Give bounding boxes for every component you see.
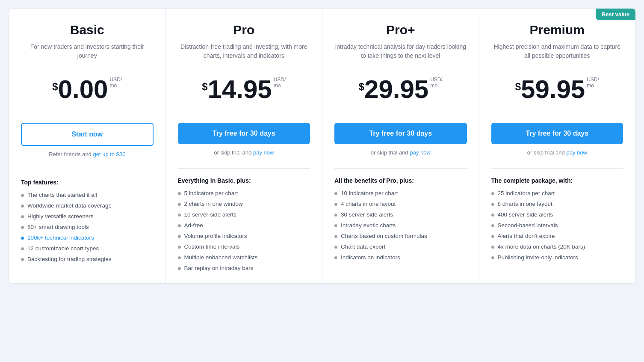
feature-text-basic-1: Worldwide market data coverage (27, 202, 112, 209)
features-title-pro-plus: All the benefits of Pro, plus: (334, 177, 467, 184)
price-symbol-basic: $ (52, 81, 58, 93)
feature-text-pro-4: Volume profile indicators (184, 233, 247, 239)
feature-bullet-pro-3 (178, 224, 181, 227)
plan-name-pro-plus: Pro+ (334, 23, 467, 37)
feature-text-basic-5: 12 customizable chart types (27, 245, 99, 252)
cta-button-pro[interactable]: Try free for 30 days (178, 123, 310, 144)
best-value-badge: Best value (596, 9, 635, 20)
feature-item-basic-5: 12 customizable chart types (21, 245, 154, 252)
feature-bullet-pro-4 (178, 235, 181, 238)
feature-list-pro: 5 indicators per chart 2 charts in one w… (178, 190, 310, 271)
price-currency-premium: USD/ (587, 77, 599, 83)
feature-text-pro-7: Bar replay on intraday bars (184, 265, 254, 271)
feature-bullet-pro-plus-2 (334, 214, 337, 217)
price-period-basic: mo (109, 83, 122, 89)
features-title-pro: Everything in Basic, plus: (178, 177, 310, 184)
feature-item-premium-1: 8 charts in one layout (491, 201, 623, 207)
feature-item-premium-0: 25 indicators per chart (491, 190, 623, 196)
feature-text-basic-0: The charts that started it all (27, 192, 97, 198)
feature-bullet-pro-plus-0 (334, 192, 337, 195)
feature-item-premium-4: Alerts that don't expire (491, 233, 623, 239)
feature-bullet-basic-6 (21, 258, 24, 261)
sub-cta-link-pro[interactable]: pay now (253, 149, 274, 156)
feature-item-pro-4: Volume profile indicators (178, 233, 310, 239)
sub-cta-premium: or skip trial and pay now (491, 149, 623, 158)
feature-item-pro-3: Ad-free (178, 222, 310, 228)
feature-text-pro-1: 2 charts in one window (184, 201, 243, 207)
plan-name-basic: Basic (21, 23, 154, 37)
price-unit-premium: USD/ mo (587, 77, 599, 92)
divider-premium (491, 168, 623, 169)
feature-text-pro-5: Custom time intervals (184, 243, 240, 250)
feature-item-basic-2: Highly versatile screeners (21, 213, 154, 220)
feature-bullet-pro-2 (178, 214, 181, 217)
plan-card-basic: BasicFor new traders and investors start… (9, 9, 165, 284)
plan-name-pro: Pro (178, 23, 310, 37)
price-currency-pro: USD/ (274, 77, 286, 83)
feature-bullet-pro-plus-1 (334, 203, 337, 206)
feature-text-premium-2: 400 server-side alerts (498, 211, 553, 218)
feature-list-pro-plus: 10 indicators per chart 4 charts in one … (334, 190, 467, 261)
sub-cta-link-pro-plus[interactable]: pay now (410, 149, 430, 156)
feature-text-premium-4: Alerts that don't expire (498, 233, 555, 239)
feature-item-basic-3: 50+ smart drawing tools (21, 224, 154, 230)
feature-text-pro-plus-2: 30 server-side alerts (341, 211, 393, 218)
feature-text-basic-6: Backtesting for trading strategies (27, 256, 112, 262)
features-title-premium: The complete package, with: (491, 177, 623, 184)
price-symbol-premium: $ (515, 81, 521, 93)
feature-item-basic-6: Backtesting for trading strategies (21, 256, 154, 262)
feature-item-pro-plus-1: 4 charts in one layout (334, 201, 467, 207)
feature-bullet-pro-1 (178, 203, 181, 206)
feature-text-pro-plus-0: 10 indicators per chart (341, 190, 398, 196)
feature-bullet-basic-1 (21, 205, 24, 208)
cta-button-pro-plus[interactable]: Try free for 30 days (334, 123, 467, 144)
feature-text-pro-plus-5: Chart data export (341, 243, 385, 250)
plan-card-premium: Best valuePremiumHighest precision and m… (479, 9, 636, 284)
feature-bullet-basic-3 (21, 226, 24, 229)
feature-bullet-pro-plus-4 (334, 235, 337, 238)
price-unit-pro: USD/ mo (274, 77, 286, 92)
price-symbol-pro-plus: $ (359, 81, 364, 93)
price-amount-pro-plus: 29.95 (364, 77, 428, 102)
plan-description-premium: Highest precision and maximum data to ca… (491, 42, 623, 66)
feature-bullet-basic-5 (21, 247, 24, 250)
feature-item-pro-1: 2 charts in one window (178, 201, 310, 207)
feature-bullet-premium-1 (491, 203, 494, 206)
sub-cta-link-basic[interactable]: get up to $30 (93, 151, 125, 157)
price-container-basic: $ 0.00 USD/ mo (21, 77, 154, 111)
feature-bullet-premium-4 (491, 235, 494, 238)
feature-bullet-basic-0 (21, 194, 24, 197)
cta-button-premium[interactable]: Try free for 30 days (491, 123, 623, 144)
feature-bullet-premium-2 (491, 214, 494, 217)
features-title-basic: Top features: (21, 179, 154, 186)
plan-card-pro: ProDistraction-free trading and investin… (165, 9, 322, 284)
cta-button-basic[interactable]: Start now (21, 123, 154, 146)
feature-item-basic-1: Worldwide market data coverage (21, 202, 154, 209)
feature-bullet-pro-plus-5 (334, 246, 337, 249)
pricing-grid: BasicFor new traders and investors start… (9, 9, 635, 284)
feature-bullet-premium-0 (491, 192, 494, 195)
price-container-premium: $ 59.95 USD/ mo (491, 77, 623, 111)
feature-text-pro-plus-4: Charts based on custom formulas (341, 233, 427, 239)
feature-item-basic-4: 100k+ technical indicators (21, 234, 154, 241)
feature-bullet-pro-7 (178, 267, 181, 270)
feature-item-basic-0: The charts that started it all (21, 192, 154, 198)
feature-bullet-pro-5 (178, 246, 181, 249)
feature-text-premium-6: Publishing invite-only indicators (498, 254, 578, 261)
feature-item-premium-5: 4x more data on charts (20K bars) (491, 243, 623, 250)
feature-text-premium-1: 8 charts in one layout (498, 201, 552, 207)
feature-bullet-premium-5 (491, 246, 494, 249)
feature-text-pro-plus-1: 4 charts in one layout (341, 201, 396, 207)
feature-text-basic-3: 50+ smart drawing tools (27, 224, 89, 230)
feature-item-pro-6: Multiple enhanced watchlists (178, 254, 310, 261)
price-period-pro-plus: mo (430, 83, 443, 89)
plan-card-pro-plus: Pro+Intraday technical analysis for day … (322, 9, 479, 284)
plan-name-premium: Premium (491, 23, 623, 37)
feature-text-premium-0: 25 indicators per chart (498, 190, 555, 196)
feature-item-pro-7: Bar replay on intraday bars (178, 265, 310, 271)
feature-text-basic-4: 100k+ technical indicators (27, 234, 94, 241)
feature-text-pro-plus-3: Intraday exotic charts (341, 222, 396, 228)
price-period-premium: mo (587, 83, 599, 89)
price-unit-pro-plus: USD/ mo (430, 77, 443, 92)
sub-cta-link-premium[interactable]: pay now (566, 149, 587, 156)
